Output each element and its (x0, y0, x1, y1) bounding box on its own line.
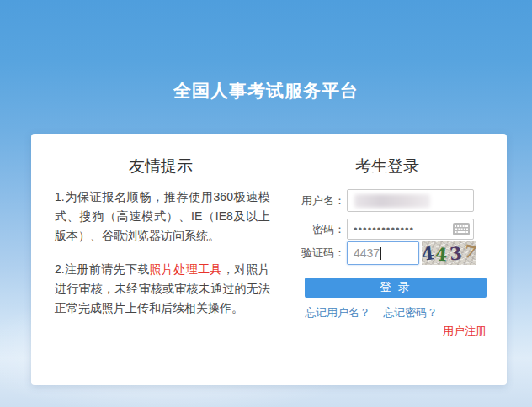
page-background: 全国人事考试服务平台 友情提示 1.为保证报名顺畅，推荐使用360极速模式、搜狗… (0, 0, 532, 407)
register-link[interactable]: 用户注册 (414, 324, 487, 339)
login-button[interactable]: 登 录 (305, 278, 487, 298)
captcha-image[interactable]: 4 4 3 7 (422, 241, 476, 265)
username-label: 用户名： (286, 193, 345, 209)
username-row: 用户名： (286, 189, 474, 212)
captcha-digit: 4 (422, 244, 435, 263)
captcha-input[interactable]: 4437 (347, 241, 419, 265)
page-title: 全国人事考试服务平台 (0, 79, 532, 103)
forgot-password-link[interactable]: 忘记密码？ (383, 305, 438, 320)
captcha-row: 验证码： 4437 4 4 3 7 (286, 241, 476, 265)
username-redacted-value (354, 194, 430, 208)
password-label: 密码： (286, 222, 345, 237)
notice-paragraph-1: 1.为保证报名顺畅，推荐使用360极速模式、搜狗（高速模式）、IE（IE8及以上… (55, 188, 270, 246)
login-card: 友情提示 1.为保证报名顺畅，推荐使用360极速模式、搜狗（高速模式）、IE（I… (31, 134, 507, 385)
forgot-username-link[interactable]: 忘记用户名？ (305, 305, 370, 320)
notice-paragraph-2-prefix: 2.注册前请先下载 (55, 262, 150, 276)
password-masked-value: ••••••••••••• (348, 225, 448, 234)
captcha-digit: 4 (434, 245, 448, 263)
captcha-input-value: 4437 (354, 246, 380, 260)
captcha-label: 验证码： (286, 246, 345, 261)
text-caret (380, 247, 381, 260)
login-title: 考生登录 (303, 156, 471, 177)
keyboard-icon[interactable] (453, 223, 470, 235)
photo-tool-link[interactable]: 照片处理工具 (150, 262, 222, 276)
notice-title: 友情提示 (55, 156, 267, 177)
captcha-digit: 3 (449, 244, 462, 262)
password-input[interactable]: ••••••••••••• (347, 219, 474, 240)
notice-paragraph-2: 2.注册前请先下载照片处理工具，对照片进行审核，未经审核或审核未通过的无法正常完… (55, 260, 270, 318)
username-input[interactable] (347, 189, 474, 212)
captcha-digit: 7 (462, 241, 476, 262)
password-row: 密码： ••••••••••••• (286, 219, 474, 240)
